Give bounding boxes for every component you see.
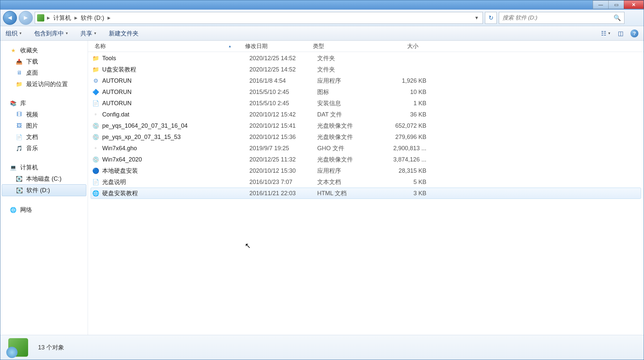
sidebar-drive-d[interactable]: 💽软件 (D:) [2, 184, 86, 196]
file-row[interactable]: ▫Win7x64.gho2019/9/7 19:25GHO 文件2,900,81… [91, 143, 641, 154]
breadcrumb-drive[interactable]: 软件 (D:) [78, 14, 107, 22]
file-row[interactable]: 📁Tools2020/12/25 14:52文件夹 [91, 53, 641, 64]
new-folder-button[interactable]: 新建文件夹 [109, 29, 139, 37]
sidebar-label: 音乐 [26, 144, 38, 152]
share-label: 共享 [80, 29, 92, 37]
organize-menu[interactable]: 组织▼ [6, 29, 22, 37]
sidebar-recent[interactable]: 📁最近访问的位置 [0, 78, 88, 90]
file-size: 652,072 KB [385, 122, 426, 129]
file-date: 2020/12/25 14:52 [249, 55, 317, 62]
file-date: 2020/10/12 15:42 [249, 111, 317, 118]
file-type: 文本文档 [317, 178, 385, 186]
share-menu[interactable]: 共享▼ [80, 29, 97, 37]
breadcrumb-computer[interactable]: 计算机 [51, 14, 74, 22]
file-row[interactable]: ⚙AUTORUN2016/1/8 4:54应用程序1,926 KB [91, 75, 641, 86]
toolbar: 组织▼ 包含到库中▼ 共享▼ 新建文件夹 ☷ ▼ ◫ ? [0, 26, 644, 41]
file-size: 36 KB [385, 111, 426, 118]
sidebar-downloads[interactable]: 📥下载 [0, 56, 88, 67]
navigation-pane: ★收藏夹 📥下载 🖥桌面 📁最近访问的位置 📚库 🎞视频 🖼图片 📄文档 🎵音乐… [0, 41, 88, 335]
file-icon: 📄 [92, 100, 100, 107]
file-type: 文件夹 [317, 54, 385, 62]
sidebar-music[interactable]: 🎵音乐 [0, 143, 88, 154]
sidebar-videos[interactable]: 🎞视频 [0, 109, 88, 120]
organize-label: 组织 [6, 29, 18, 37]
help-button[interactable]: ? [630, 29, 638, 37]
column-type[interactable]: 类型 [310, 42, 377, 50]
file-icon: 💿 [92, 133, 100, 141]
file-name: AUTORUN [102, 89, 249, 96]
minimize-button[interactable]: — [593, 0, 609, 9]
download-icon: 📥 [16, 58, 23, 65]
sidebar-drive-c[interactable]: 💽本地磁盘 (C:) [0, 173, 88, 184]
file-row[interactable]: 🌐硬盘安装教程2016/11/21 22:03HTML 文档3 KB [91, 188, 641, 199]
search-box[interactable]: 🔍 [499, 12, 624, 24]
file-row[interactable]: 💿pe_yqs_xp_20_07_31_15_532020/10/12 15:3… [91, 131, 641, 143]
sidebar-computer[interactable]: 💻计算机 [0, 162, 88, 173]
file-icon: 💿 [92, 122, 100, 129]
file-row[interactable]: 🔵本地硬盘安装2020/10/12 15:30应用程序28,315 KB [91, 165, 641, 176]
file-date: 2020/12/25 14:52 [249, 66, 317, 73]
recent-icon: 📁 [16, 81, 23, 87]
drive-icon [37, 14, 44, 22]
sidebar-desktop[interactable]: 🖥桌面 [0, 67, 88, 78]
maximize-button[interactable]: ▭ [608, 0, 624, 9]
file-row[interactable]: 💿Win7x64_20202020/12/25 11:32光盘映像文件3,874… [91, 154, 641, 165]
file-type: 应用程序 [317, 77, 385, 85]
sidebar-label: 网络 [20, 206, 32, 214]
file-name: U盘安装教程 [102, 66, 249, 73]
file-date: 2016/10/23 7:07 [249, 179, 317, 186]
sidebar-pictures[interactable]: 🖼图片 [0, 120, 88, 131]
search-input[interactable] [502, 15, 614, 21]
drive-icon: 💽 [16, 175, 23, 182]
library-icon: 📚 [10, 100, 17, 107]
file-row[interactable]: 📄AUTORUN2015/5/10 2:45安装信息1 KB [91, 98, 641, 109]
file-name: AUTORUN [102, 100, 249, 107]
forward-button[interactable]: ► [19, 11, 33, 25]
sidebar-network[interactable]: 🌐网络 [0, 204, 88, 215]
file-pane: 名称▲ 修改日期 类型 大小 📁Tools2020/12/25 14:52文件夹… [88, 41, 644, 335]
file-list[interactable]: 📁Tools2020/12/25 14:52文件夹📁U盘安装教程2020/12/… [88, 52, 644, 335]
preview-pane-button[interactable]: ◫ [616, 29, 625, 37]
file-name: 光盘说明 [102, 178, 249, 186]
sidebar-libraries[interactable]: 📚库 [0, 98, 88, 109]
file-type: 光盘映像文件 [317, 156, 385, 163]
drive-icon: 💽 [16, 187, 23, 194]
file-row[interactable]: 📁U盘安装教程2020/12/25 14:52文件夹 [91, 64, 641, 75]
chevron-right-icon[interactable]: ▶ [46, 16, 51, 20]
file-row[interactable]: 📄光盘说明2016/10/23 7:07文本文档5 KB [91, 176, 641, 188]
file-name: AUTORUN [102, 77, 249, 84]
file-type: 安装信息 [317, 99, 385, 107]
sidebar-favorites[interactable]: ★收藏夹 [0, 45, 88, 56]
column-date[interactable]: 修改日期 [242, 42, 310, 50]
sidebar-label: 库 [20, 99, 26, 107]
file-icon: 🌐 [92, 190, 100, 197]
address-bar[interactable]: ▶ 计算机 ▶ 软件 (D:) ▶ ▾ [35, 12, 483, 24]
titlebar: — ▭ ✕ [0, 0, 644, 10]
column-size[interactable]: 大小 [377, 42, 422, 50]
address-dropdown[interactable]: ▾ [473, 15, 481, 21]
file-row[interactable]: 💿pe_yqs_1064_20_07_31_16_042020/10/12 15… [91, 120, 641, 131]
close-button[interactable]: ✕ [624, 0, 644, 9]
search-icon[interactable]: 🔍 [614, 14, 621, 22]
column-name[interactable]: 名称▲ [91, 42, 242, 50]
sidebar-label: 本地磁盘 (C:) [26, 175, 62, 183]
sidebar-label: 桌面 [26, 69, 38, 77]
sidebar-documents[interactable]: 📄文档 [0, 131, 88, 143]
file-size: 279,696 KB [385, 134, 426, 141]
file-icon: 📁 [92, 55, 100, 62]
chevron-right-icon[interactable]: ▶ [74, 16, 78, 20]
file-icon: ▫ [92, 111, 100, 118]
view-mode-button[interactable]: ☷ ▼ [601, 29, 611, 37]
sidebar-label: 软件 (D:) [26, 186, 50, 194]
back-button[interactable]: ◄ [3, 11, 17, 25]
sidebar-label: 视频 [26, 111, 38, 118]
chevron-right-icon[interactable]: ▶ [107, 16, 111, 20]
sidebar-label: 计算机 [20, 163, 38, 171]
include-in-library-menu[interactable]: 包含到库中▼ [34, 29, 68, 37]
file-type: GHO 文件 [317, 144, 385, 152]
file-row[interactable]: ▫Config.dat2020/10/12 15:42DAT 文件36 KB [91, 109, 641, 120]
refresh-button[interactable]: ↻ [485, 12, 497, 24]
file-size: 2,900,813 ... [385, 145, 426, 152]
file-row[interactable]: 🔷AUTORUN2015/5/10 2:45图标10 KB [91, 86, 641, 98]
status-text: 13 个对象 [38, 343, 64, 351]
